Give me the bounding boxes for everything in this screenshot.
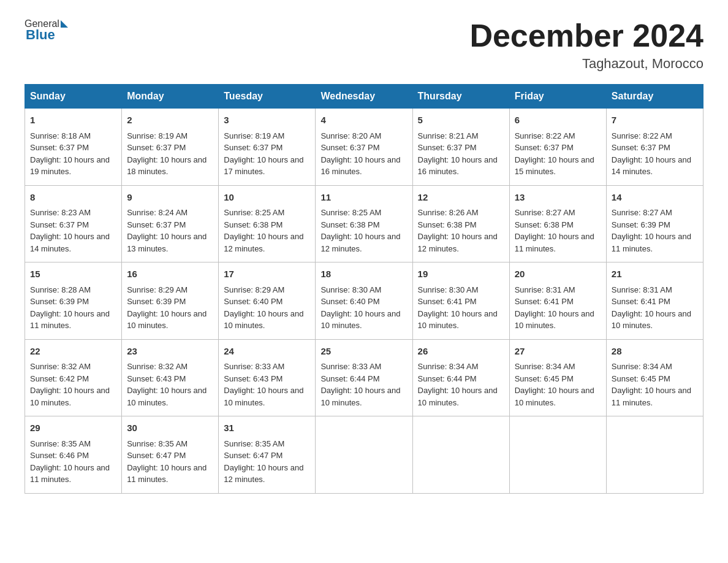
sunrise-text: Sunrise: 8:29 AM xyxy=(127,285,188,294)
day-number: 8 xyxy=(30,191,116,205)
calendar-cell: 15Sunrise: 8:28 AMSunset: 6:39 PMDayligh… xyxy=(25,262,122,340)
calendar-cell: 12Sunrise: 8:26 AMSunset: 6:38 PMDayligh… xyxy=(412,185,509,262)
daylight-text: Daylight: 10 hours and 13 minutes. xyxy=(127,232,207,253)
daylight-text: Daylight: 10 hours and 10 minutes. xyxy=(612,309,691,331)
logo-arrow-icon xyxy=(61,20,68,28)
col-tuesday: Tuesday xyxy=(219,85,316,109)
logo-blue-text: Blue xyxy=(26,27,55,43)
sunrise-text: Sunrise: 8:25 AM xyxy=(224,208,284,217)
col-thursday: Thursday xyxy=(412,85,509,109)
daylight-text: Daylight: 10 hours and 11 minutes. xyxy=(612,386,691,407)
day-number: 9 xyxy=(127,191,213,205)
logo: General Blue xyxy=(25,18,69,43)
sunset-text: Sunset: 6:38 PM xyxy=(515,220,574,229)
calendar-cell: 1Sunrise: 8:18 AMSunset: 6:37 PMDaylight… xyxy=(25,109,122,186)
day-number: 5 xyxy=(418,113,504,128)
daylight-text: Daylight: 10 hours and 10 minutes. xyxy=(515,309,594,331)
calendar-cell: 21Sunrise: 8:31 AMSunset: 6:41 PMDayligh… xyxy=(606,262,703,340)
daylight-text: Daylight: 10 hours and 11 minutes. xyxy=(127,463,207,484)
day-number: 26 xyxy=(418,345,504,359)
sunset-text: Sunset: 6:41 PM xyxy=(612,297,670,306)
daylight-text: Daylight: 10 hours and 11 minutes. xyxy=(515,232,594,253)
daylight-text: Daylight: 10 hours and 10 minutes. xyxy=(320,386,400,407)
sunset-text: Sunset: 6:38 PM xyxy=(320,220,379,229)
day-number: 19 xyxy=(418,267,504,282)
day-number: 18 xyxy=(320,267,407,282)
sunset-text: Sunset: 6:42 PM xyxy=(30,374,89,383)
sunset-text: Sunset: 6:45 PM xyxy=(515,374,574,383)
sunrise-text: Sunrise: 8:33 AM xyxy=(320,362,381,371)
sunset-text: Sunset: 6:38 PM xyxy=(418,220,477,229)
sunset-text: Sunset: 6:37 PM xyxy=(127,143,186,152)
calendar-cell: 6Sunrise: 8:22 AMSunset: 6:37 PMDaylight… xyxy=(509,109,606,186)
daylight-text: Daylight: 10 hours and 14 minutes. xyxy=(612,155,691,177)
daylight-text: Daylight: 10 hours and 19 minutes. xyxy=(30,155,110,177)
sunset-text: Sunset: 6:47 PM xyxy=(224,451,282,460)
calendar-cell: 25Sunrise: 8:33 AMSunset: 6:44 PMDayligh… xyxy=(316,339,412,416)
calendar-cell: 8Sunrise: 8:23 AMSunset: 6:37 PMDaylight… xyxy=(25,185,122,262)
sunrise-text: Sunrise: 8:34 AM xyxy=(612,362,672,371)
title-area: December 2024 Taghazout, Morocco xyxy=(469,18,703,72)
daylight-text: Daylight: 10 hours and 11 minutes. xyxy=(30,463,110,484)
calendar-cell: 10Sunrise: 8:25 AMSunset: 6:38 PMDayligh… xyxy=(219,185,316,262)
month-title: December 2024 xyxy=(469,18,703,53)
calendar-cell: 30Sunrise: 8:35 AMSunset: 6:47 PMDayligh… xyxy=(122,416,219,494)
daylight-text: Daylight: 10 hours and 16 minutes. xyxy=(320,155,400,177)
calendar-cell: 29Sunrise: 8:35 AMSunset: 6:46 PMDayligh… xyxy=(25,416,122,494)
daylight-text: Daylight: 10 hours and 18 minutes. xyxy=(127,155,207,177)
daylight-text: Daylight: 10 hours and 11 minutes. xyxy=(612,232,691,253)
day-number: 7 xyxy=(612,113,698,128)
sunrise-text: Sunrise: 8:27 AM xyxy=(612,208,672,217)
sunset-text: Sunset: 6:37 PM xyxy=(30,220,89,229)
daylight-text: Daylight: 10 hours and 10 minutes. xyxy=(224,386,303,407)
sunrise-text: Sunrise: 8:18 AM xyxy=(30,131,91,140)
sunrise-text: Sunrise: 8:22 AM xyxy=(515,131,575,140)
daylight-text: Daylight: 10 hours and 10 minutes. xyxy=(418,309,498,331)
sunset-text: Sunset: 6:37 PM xyxy=(320,143,379,152)
sunrise-text: Sunrise: 8:33 AM xyxy=(224,362,284,371)
daylight-text: Daylight: 10 hours and 10 minutes. xyxy=(224,309,303,331)
daylight-text: Daylight: 10 hours and 12 minutes. xyxy=(224,232,303,253)
calendar-cell: 19Sunrise: 8:30 AMSunset: 6:41 PMDayligh… xyxy=(412,262,509,340)
day-number: 28 xyxy=(612,345,698,359)
day-number: 13 xyxy=(515,191,601,205)
day-number: 25 xyxy=(320,345,407,359)
sunset-text: Sunset: 6:37 PM xyxy=(224,143,282,152)
day-number: 4 xyxy=(320,113,407,128)
calendar-cell: 28Sunrise: 8:34 AMSunset: 6:45 PMDayligh… xyxy=(606,339,703,416)
calendar-cell: 9Sunrise: 8:24 AMSunset: 6:37 PMDaylight… xyxy=(122,185,219,262)
daylight-text: Daylight: 10 hours and 14 minutes. xyxy=(30,232,110,253)
sunset-text: Sunset: 6:40 PM xyxy=(320,297,379,306)
calendar-cell: 23Sunrise: 8:32 AMSunset: 6:43 PMDayligh… xyxy=(122,339,219,416)
calendar-week-row: 29Sunrise: 8:35 AMSunset: 6:46 PMDayligh… xyxy=(25,416,703,494)
sunset-text: Sunset: 6:43 PM xyxy=(224,374,282,383)
day-number: 31 xyxy=(224,421,310,435)
daylight-text: Daylight: 10 hours and 17 minutes. xyxy=(224,155,303,177)
sunrise-text: Sunrise: 8:20 AM xyxy=(320,131,381,140)
daylight-text: Daylight: 10 hours and 12 minutes. xyxy=(418,232,498,253)
daylight-text: Daylight: 10 hours and 10 minutes. xyxy=(30,386,110,407)
sunset-text: Sunset: 6:47 PM xyxy=(127,451,186,460)
calendar-header-row: Sunday Monday Tuesday Wednesday Thursday… xyxy=(25,85,703,109)
sunset-text: Sunset: 6:39 PM xyxy=(30,297,89,306)
sunrise-text: Sunrise: 8:31 AM xyxy=(515,285,575,294)
sunrise-text: Sunrise: 8:27 AM xyxy=(515,208,575,217)
day-number: 30 xyxy=(127,421,213,435)
sunrise-text: Sunrise: 8:28 AM xyxy=(30,285,91,294)
sunrise-text: Sunrise: 8:29 AM xyxy=(224,285,284,294)
col-monday: Monday xyxy=(122,85,219,109)
sunrise-text: Sunrise: 8:19 AM xyxy=(224,131,284,140)
sunset-text: Sunset: 6:37 PM xyxy=(612,143,670,152)
sunrise-text: Sunrise: 8:34 AM xyxy=(515,362,575,371)
day-number: 29 xyxy=(30,421,116,435)
location-title: Taghazout, Morocco xyxy=(469,56,703,72)
daylight-text: Daylight: 10 hours and 10 minutes. xyxy=(127,309,207,331)
calendar-cell: 13Sunrise: 8:27 AMSunset: 6:38 PMDayligh… xyxy=(509,185,606,262)
calendar-cell: 14Sunrise: 8:27 AMSunset: 6:39 PMDayligh… xyxy=(606,185,703,262)
calendar-cell: 2Sunrise: 8:19 AMSunset: 6:37 PMDaylight… xyxy=(122,109,219,186)
day-number: 15 xyxy=(30,267,116,282)
calendar-cell xyxy=(316,416,412,494)
day-number: 3 xyxy=(224,113,310,128)
day-number: 27 xyxy=(515,345,601,359)
calendar-cell xyxy=(509,416,606,494)
